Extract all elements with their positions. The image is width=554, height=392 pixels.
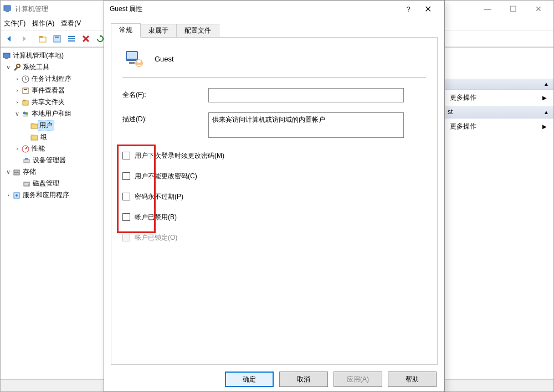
perf-icon (20, 145, 30, 153)
action-header[interactable]: ▲ (443, 79, 553, 90)
tree-services[interactable]: › 服务和应用程序 (1, 189, 104, 201)
tab-memberof[interactable]: 隶属于 (140, 24, 177, 38)
props-button[interactable] (50, 32, 64, 45)
expand-icon[interactable]: › (14, 146, 20, 152)
svg-rect-19 (23, 115, 28, 117)
tree-storage[interactable]: v 存储 (1, 166, 104, 178)
forward-button[interactable] (17, 32, 30, 45)
svg-rect-2 (39, 37, 46, 42)
tree-systools[interactable]: v 系统工具 (1, 61, 104, 73)
maximize-button[interactable]: ☐ (500, 1, 526, 17)
expand-icon[interactable]: › (14, 76, 20, 82)
check-account-disabled[interactable]: 帐户已禁用(B) (122, 209, 426, 225)
action-more-1[interactable]: 更多操作▶ (443, 90, 553, 106)
fullname-input[interactable] (208, 88, 404, 102)
action-sub-header[interactable]: st▲ (443, 106, 553, 118)
list-button[interactable] (65, 32, 78, 45)
svg-point-32 (16, 194, 18, 197)
svg-rect-28 (14, 173, 19, 175)
close-dialog-button[interactable]: ✕ (417, 4, 439, 14)
svg-rect-25 (24, 159, 29, 163)
svg-rect-5 (55, 37, 59, 38)
delete-button[interactable] (79, 32, 93, 45)
svg-rect-4 (54, 35, 60, 42)
menu-action[interactable]: 操作(A) (32, 19, 54, 28)
description-label: 描述(D): (122, 112, 208, 124)
svg-rect-15 (23, 101, 28, 105)
cancel-button[interactable]: 取消 (279, 372, 328, 387)
menu-file[interactable]: 文件(F) (4, 19, 25, 28)
divider (122, 78, 426, 78)
tree-perf[interactable]: › 性能 (1, 143, 104, 154)
help-button[interactable]: ? (400, 5, 417, 13)
svg-rect-26 (25, 158, 28, 159)
checkbox-icon[interactable] (122, 152, 130, 159)
tab-strip: 常规 隶属于 配置文件 (111, 23, 438, 37)
svg-rect-20 (31, 124, 38, 128)
tree-root[interactable]: 计算机管理(本地) (1, 50, 104, 61)
tree-groups[interactable]: 组 (1, 131, 104, 143)
expand-icon[interactable]: › (14, 99, 20, 105)
check-never-expire[interactable]: 密码永不过期(P) (122, 189, 426, 204)
collapse-triangle-icon: ▲ (543, 109, 549, 115)
checkbox-icon[interactable] (122, 213, 130, 221)
ok-button[interactable]: 确定 (225, 372, 274, 387)
help-button-bottom[interactable]: 帮助 (388, 372, 437, 387)
dialog-buttons: 确定 取消 应用(A) 帮助 (225, 372, 437, 387)
services-icon (12, 191, 22, 200)
disk-icon (22, 179, 32, 188)
apply-button[interactable]: 应用(A) (334, 372, 382, 387)
storage-icon (12, 168, 22, 177)
tree-disk[interactable]: 磁盘管理 (1, 178, 104, 189)
svg-point-37 (137, 60, 141, 63)
checkbox-icon (122, 234, 130, 241)
tree-share[interactable]: › 共享文件夹 (1, 96, 104, 108)
checkbox-icon[interactable] (122, 193, 130, 200)
minimize-button[interactable]: — (475, 1, 500, 17)
share-icon (20, 98, 30, 107)
close-window-button[interactable]: ✕ (526, 1, 551, 17)
check-cannot-change[interactable]: 用户不能更改密码(C) (122, 168, 426, 184)
tree-devmgr[interactable]: 设备管理器 (1, 154, 104, 166)
svg-rect-3 (39, 36, 43, 38)
svg-rect-0 (4, 6, 11, 11)
svg-rect-10 (5, 58, 8, 59)
expand-icon[interactable]: › (14, 87, 20, 94)
app-icon (3, 4, 12, 13)
tree-users[interactable]: 用户 (1, 120, 104, 131)
svg-rect-23 (31, 135, 34, 136)
folder-icon (29, 133, 39, 142)
back-button[interactable] (3, 32, 16, 45)
svg-point-30 (28, 184, 29, 185)
description-input[interactable] (208, 112, 404, 138)
tab-profile[interactable]: 配置文件 (176, 24, 219, 38)
dialog-titlebar[interactable]: Guest 属性 ? ✕ (104, 1, 444, 17)
tools-icon (12, 63, 22, 72)
svg-rect-7 (68, 38, 75, 39)
tab-panel-general: Guest 全名(F): 描述(D): 用户下次登录时须更改密码(M) 用户不能… (111, 37, 438, 365)
users-icon (20, 110, 30, 118)
clock-icon (20, 75, 30, 84)
svg-rect-27 (14, 170, 19, 172)
tree-pane[interactable]: 计算机管理(本地) v 系统工具 › 任务计划程序 › 事件查看器 › 共享文件… (1, 48, 105, 379)
expand-icon[interactable]: › (5, 192, 12, 198)
svg-rect-34 (127, 52, 137, 59)
collapse-icon[interactable]: v (5, 64, 12, 70)
up-button[interactable] (36, 32, 49, 45)
tree-task[interactable]: › 任务计划程序 (1, 73, 104, 85)
menu-view[interactable]: 查看(V (61, 19, 81, 28)
check-must-change[interactable]: 用户下次登录时须更改密码(M) (122, 148, 426, 163)
tree-localusers[interactable]: v 本地用户和组 (1, 108, 104, 120)
svg-rect-35 (129, 62, 135, 64)
check-account-locked: 帐户已锁定(O) (122, 230, 426, 245)
fullname-label: 全名(F): (122, 88, 208, 100)
checkbox-icon[interactable] (122, 172, 130, 180)
svg-rect-9 (3, 53, 10, 58)
svg-rect-16 (23, 100, 25, 101)
action-more-2[interactable]: 更多操作▶ (443, 118, 553, 135)
collapse-icon[interactable]: v (5, 169, 12, 175)
collapse-icon[interactable]: v (14, 111, 20, 117)
svg-rect-1 (6, 11, 9, 12)
tab-general[interactable]: 常规 (111, 23, 141, 38)
tree-event[interactable]: › 事件查看器 (1, 85, 104, 96)
